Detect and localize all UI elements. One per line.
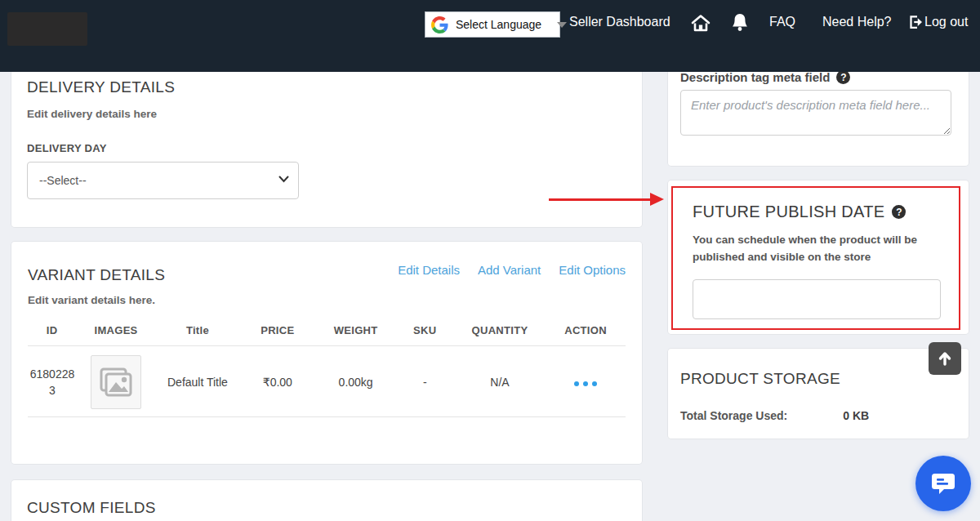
variant-sku-cell: - xyxy=(396,346,454,417)
arrow-up-icon xyxy=(937,350,953,367)
image-placeholder-icon xyxy=(99,367,133,398)
variant-table-header-row: ID IMAGES Title PRICE WEIGHT SKU QUANTIT… xyxy=(28,324,626,346)
google-translate-widget[interactable]: Select Language xyxy=(425,11,560,38)
nav-need-help[interactable]: Need Help? xyxy=(822,15,892,29)
description-meta-label: Description tag meta field xyxy=(680,70,830,84)
variant-action-cell xyxy=(546,346,626,417)
page: Select Language Seller Dashboard FAQ Nee… xyxy=(0,0,980,521)
future-publish-description: You can schedule when the product will b… xyxy=(693,232,939,266)
col-header-price: PRICE xyxy=(239,324,316,346)
help-circle-icon[interactable]: ? xyxy=(836,70,850,84)
add-variant-link[interactable]: Add Variant xyxy=(478,263,541,277)
variant-weight-cell: 0.00kg xyxy=(316,346,396,417)
variant-table: ID IMAGES Title PRICE WEIGHT SKU QUANTIT… xyxy=(28,324,626,417)
top-navbar: Select Language Seller Dashboard FAQ Nee… xyxy=(0,0,980,72)
help-circle-icon[interactable]: ? xyxy=(892,205,906,219)
variant-table-row: 61802283 Default Title xyxy=(28,346,626,417)
variant-id-cell: 61802283 xyxy=(28,346,76,417)
future-publish-date-input[interactable] xyxy=(693,279,941,319)
custom-fields-card: CUSTOM FIELDS xyxy=(11,480,642,521)
col-header-title: Title xyxy=(156,324,239,346)
sign-out-icon xyxy=(908,15,924,29)
variant-images-cell xyxy=(76,346,156,417)
edit-details-link[interactable]: Edit Details xyxy=(398,263,460,277)
delivery-day-select[interactable]: --Select-- xyxy=(27,162,299,199)
chat-bubble-icon xyxy=(929,470,957,497)
google-logo-icon xyxy=(431,16,448,33)
product-storage-card: PRODUCT STORAGE Total Storage Used: 0 KB xyxy=(668,349,969,439)
delivery-details-subtitle: Edit delivery details here xyxy=(27,108,642,120)
variant-image-thumbnail[interactable] xyxy=(91,355,141,409)
logout-label: Log out xyxy=(924,15,968,29)
chat-support-button[interactable] xyxy=(915,456,971,511)
variant-quantity-cell: N/A xyxy=(454,346,546,417)
variant-details-subtitle: Edit variant details here. xyxy=(28,294,626,306)
scroll-to-top-button[interactable] xyxy=(929,342,961,375)
variant-details-card: VARIANT DETAILS Edit Details Add Variant… xyxy=(11,242,642,464)
col-header-sku: SKU xyxy=(396,324,454,346)
select-language-label: Select Language xyxy=(456,18,541,31)
future-publish-title: FUTURE PUBLISH DATE xyxy=(693,203,884,221)
product-storage-title: PRODUCT STORAGE xyxy=(680,370,969,388)
custom-fields-title: CUSTOM FIELDS xyxy=(27,499,642,517)
nav-faq[interactable]: FAQ xyxy=(769,15,795,29)
col-header-id: ID xyxy=(28,324,76,346)
edit-options-link[interactable]: Edit Options xyxy=(559,263,626,277)
variant-title-cell: Default Title xyxy=(156,346,239,417)
nav-seller-dashboard[interactable]: Seller Dashboard xyxy=(569,15,670,29)
col-header-images: IMAGES xyxy=(76,324,156,346)
delivery-day-label: DELIVERY DAY xyxy=(27,142,642,154)
store-logo[interactable] xyxy=(7,12,87,46)
delivery-details-card: DELIVERY DETAILS Edit delivery details h… xyxy=(11,65,642,227)
notifications-bell-icon[interactable] xyxy=(731,12,749,33)
total-storage-value: 0 KB xyxy=(843,409,869,422)
col-header-weight: WEIGHT xyxy=(316,324,396,346)
home-icon[interactable] xyxy=(690,13,711,33)
description-meta-textarea[interactable] xyxy=(680,90,951,136)
variant-details-title: VARIANT DETAILS xyxy=(28,266,165,284)
delivery-details-title: DELIVERY DETAILS xyxy=(27,78,642,96)
description-meta-card: Description tag meta field ? xyxy=(668,64,969,166)
col-header-quantity: QUANTITY xyxy=(454,324,546,346)
col-header-action: ACTION xyxy=(546,324,626,346)
nav-logout[interactable]: Log out xyxy=(908,15,968,29)
variant-price-cell: ₹0.00 xyxy=(239,346,316,417)
row-actions-menu-icon[interactable] xyxy=(571,378,600,390)
annotation-arrow-head xyxy=(650,193,664,206)
future-publish-card: FUTURE PUBLISH DATE ? You can schedule w… xyxy=(668,180,969,334)
annotation-arrow xyxy=(549,198,652,201)
total-storage-label: Total Storage Used: xyxy=(680,409,787,422)
language-dropdown-caret-icon[interactable] xyxy=(557,22,567,28)
